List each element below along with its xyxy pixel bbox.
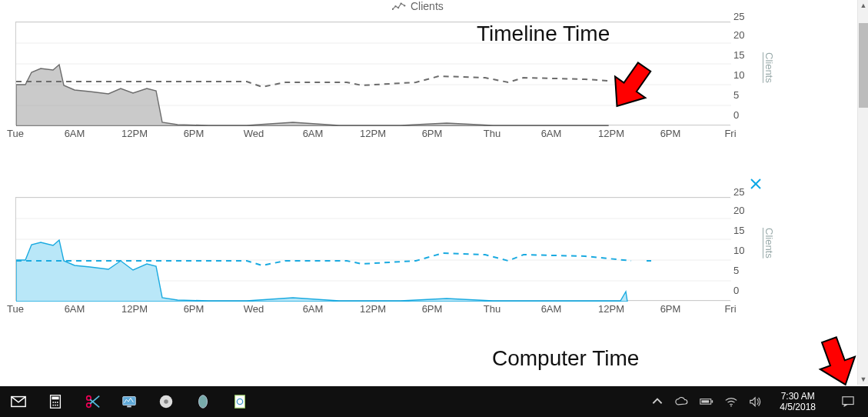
x-tick: Wed: [244, 128, 264, 139]
cloud-icon: [675, 397, 689, 407]
x-tick: 12PM: [598, 128, 624, 139]
taskbar-monitor-button[interactable]: [111, 386, 148, 417]
plot-area-bottom[interactable]: [15, 197, 730, 301]
taskbar-disc-button[interactable]: [148, 386, 185, 417]
svg-point-42: [730, 405, 732, 406]
svg-point-23: [55, 402, 56, 403]
y-tick: 10: [733, 245, 744, 256]
x-tick: 12PM: [121, 128, 148, 139]
chevron-up-icon: [650, 395, 664, 409]
scroll-up-icon[interactable]: ▲: [858, 0, 868, 11]
clock-date: 4/5/2018: [780, 402, 816, 412]
svg-point-27: [57, 405, 58, 406]
annotation-timeline-label: Timeline Time: [477, 22, 610, 46]
chart-bottom: 25 20 15 10 5 0 Clients Tue 6AM 12PM 6PM…: [15, 197, 730, 301]
annotation-computer-label: Computer Time: [492, 346, 639, 371]
x-tick: Wed: [244, 303, 264, 315]
tray-onedrive-button[interactable]: [675, 395, 689, 409]
x-axis-bottom: Tue 6AM 12PM 6PM Wed 6AM 12PM 6PM Thu 6A…: [15, 303, 730, 317]
svg-point-25: [52, 405, 54, 406]
taskbar-snip-button[interactable]: [74, 386, 111, 417]
speaker-icon: [749, 396, 763, 407]
svg-rect-37: [235, 395, 245, 409]
x-tick: Tue: [7, 128, 24, 139]
taskbar-app-button[interactable]: [221, 386, 258, 417]
scroll-thumb[interactable]: [859, 23, 868, 108]
y-tick: 25: [733, 186, 744, 198]
action-center-button[interactable]: [833, 386, 863, 417]
y-axis-top: 25 20 15 10 5 0: [733, 12, 758, 135]
svg-point-4: [404, 5, 405, 7]
y-tick: 15: [733, 49, 744, 61]
x-tick: 6AM: [65, 128, 85, 139]
taskbar-calculator-button[interactable]: [37, 386, 74, 417]
svg-point-2: [397, 7, 399, 8]
clock-time: 7:30 AM: [780, 391, 816, 402]
x-tick: 6PM: [660, 303, 681, 315]
x-tick: 6PM: [184, 128, 205, 139]
svg-point-24: [57, 402, 58, 403]
x-tick: 6AM: [65, 303, 85, 315]
y-tick: 25: [733, 11, 744, 22]
svg-point-1: [394, 5, 396, 7]
battery-icon: [700, 398, 713, 405]
legend-label: Clients: [411, 0, 444, 12]
x-tick: 6PM: [660, 128, 681, 139]
mail-icon: [10, 393, 27, 410]
line-chart-icon: [392, 1, 406, 12]
x-tick: 6PM: [422, 303, 443, 315]
y-tick: 0: [733, 285, 739, 296]
tray-volume-button[interactable]: [749, 395, 763, 409]
taskbar: 7:30 AM 4/5/2018: [0, 386, 868, 417]
monitor-icon: [121, 393, 138, 410]
x-tick: 6AM: [303, 128, 324, 139]
y-axis-label-bottom[interactable]: Clients: [763, 228, 775, 259]
x-tick: Thu: [484, 128, 501, 139]
y-tick: 15: [733, 225, 744, 236]
svg-rect-41: [702, 400, 710, 402]
x-tick: Tue: [7, 303, 24, 315]
x-tick: 12PM: [121, 303, 148, 315]
x-tick: Thu: [484, 303, 501, 315]
x-tick: 6PM: [184, 303, 205, 315]
vertical-scrollbar[interactable]: ▲ ▼: [857, 0, 868, 385]
taskbar-mouse-button[interactable]: [185, 386, 221, 417]
x-axis-top: Tue 6AM 12PM 6PM Wed 6AM 12PM 6PM Thu 6A…: [15, 128, 730, 142]
tray-overflow-button[interactable]: [650, 395, 664, 409]
x-tick: 6AM: [303, 303, 324, 315]
mouse-icon: [195, 393, 211, 410]
tray-battery-button[interactable]: [700, 395, 713, 409]
system-tray: 7:30 AM 4/5/2018: [650, 386, 868, 417]
x-tick: 12PM: [360, 303, 386, 315]
svg-point-36: [199, 395, 208, 409]
scroll-down-icon[interactable]: ▼: [858, 374, 868, 385]
y-tick: 5: [733, 265, 739, 276]
page: Clients 25 20 15: [0, 0, 868, 417]
svg-rect-21: [52, 397, 58, 400]
taskbar-mail-button[interactable]: [0, 386, 37, 417]
x-tick: 6AM: [541, 303, 562, 315]
x-tick: Fri: [724, 303, 736, 315]
x-tick: Fri: [724, 128, 736, 139]
arrow-icon: [601, 54, 663, 115]
chart-svg-bottom: [16, 198, 731, 302]
svg-point-35: [164, 399, 168, 404]
disc-icon: [158, 393, 175, 410]
svg-point-26: [55, 405, 56, 406]
calculator-icon: [47, 393, 64, 410]
y-tick: 10: [733, 69, 744, 81]
x-tick: 6PM: [422, 128, 443, 139]
wifi-icon: [724, 396, 738, 407]
svg-point-22: [52, 402, 54, 403]
y-axis-label-top[interactable]: Clients: [763, 52, 775, 83]
tray-wifi-button[interactable]: [724, 395, 738, 409]
x-tick: 12PM: [360, 128, 386, 139]
taskbar-clock[interactable]: 7:30 AM 4/5/2018: [773, 391, 822, 412]
x-tick: 12PM: [598, 303, 624, 315]
y-axis-bottom: 25 20 15 10 5 0: [733, 188, 758, 311]
document-icon: [231, 393, 248, 410]
y-tick: 5: [733, 89, 739, 101]
legend[interactable]: Clients: [392, 0, 444, 12]
y-tick: 20: [733, 29, 744, 41]
y-tick: 20: [733, 205, 744, 216]
